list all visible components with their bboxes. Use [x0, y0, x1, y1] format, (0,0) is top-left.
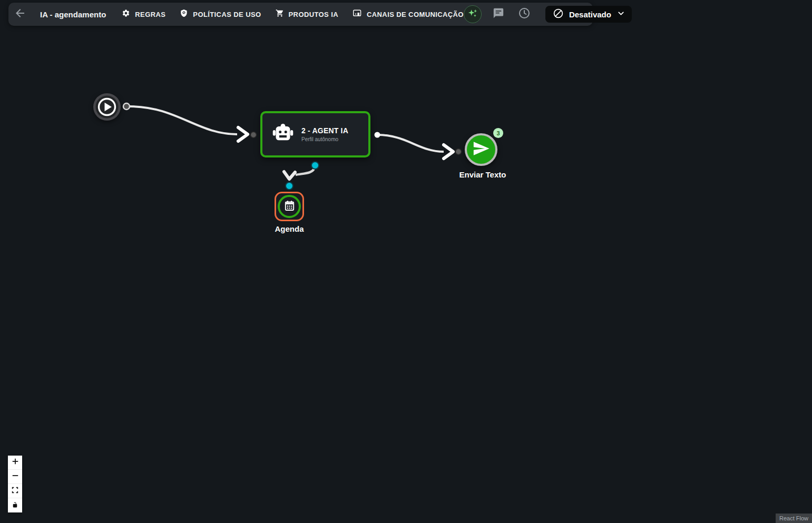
- react-flow-attribution[interactable]: React Flow: [776, 514, 812, 523]
- agent-node-text: 2 - AGENT IA Perfil autônomo: [301, 126, 348, 142]
- handle-agent-source[interactable]: [375, 132, 380, 138]
- menu-label: POLÍTICAS DE USO: [193, 11, 261, 18]
- flow-title: IA - agendamento: [40, 10, 106, 19]
- menu-label: PRODUTOS IA: [289, 11, 338, 18]
- agent-node-subtitle: Perfil autônomo: [301, 136, 348, 142]
- zoom-controls-panel: [8, 456, 22, 512]
- chat-icon: [493, 7, 504, 21]
- handle-agent-tool-source[interactable]: [311, 162, 319, 169]
- send-icon: [472, 140, 490, 160]
- policy-shield-icon: [180, 9, 188, 19]
- node-start-trigger[interactable]: [93, 93, 121, 121]
- robot-icon: [271, 122, 295, 146]
- devices-icon: [353, 9, 362, 19]
- edge-agent-to-agenda: [296, 167, 315, 175]
- node-badge-count: 3: [493, 128, 503, 138]
- edge-arrowhead: [238, 127, 248, 141]
- zoom-in-icon: [12, 458, 19, 467]
- toolbar-menu: REGRAS POLÍTICAS DE USO PRODUTOS IA CANA…: [122, 9, 464, 19]
- handle-enviar-target[interactable]: [456, 149, 462, 155]
- chevron-down-icon: [617, 9, 625, 20]
- ai-assistant-button[interactable]: [464, 5, 482, 23]
- handle-agenda-target[interactable]: [286, 182, 293, 190]
- node-agenda-label: Agenda: [266, 224, 313, 233]
- back-arrow-icon: [14, 7, 26, 22]
- sparkles-icon: [467, 7, 478, 21]
- handle-start-source[interactable]: [123, 103, 130, 110]
- back-button[interactable]: [14, 6, 26, 22]
- lock-toggle-button[interactable]: [8, 498, 22, 512]
- flow-canvas[interactable]: 2 - AGENT IA Perfil autônomo 3 Enviar Te…: [0, 0, 812, 523]
- node-agent-ia[interactable]: 2 - AGENT IA Perfil autônomo: [260, 111, 370, 157]
- status-label: Desativado: [569, 10, 611, 19]
- toolbar-right-group: Desativado: [464, 5, 632, 23]
- fit-view-icon: [12, 486, 18, 496]
- chat-button[interactable]: [490, 5, 507, 23]
- play-icon: [93, 113, 121, 122]
- menu-label: REGRAS: [135, 11, 165, 18]
- shopping-cart-icon: [276, 9, 284, 19]
- handle-agent-target[interactable]: [251, 132, 257, 138]
- node-agenda[interactable]: [275, 192, 304, 221]
- lock-icon: [12, 501, 18, 510]
- top-toolbar: IA - agendamento REGRAS POLÍTICAS DE USO…: [8, 3, 593, 26]
- edge-start-to-agent: [130, 106, 237, 134]
- history-button[interactable]: [515, 5, 533, 23]
- edge-arrowhead: [284, 172, 295, 179]
- edge-agent-to-enviar: [377, 135, 444, 152]
- agent-node-title: 2 - AGENT IA: [301, 126, 348, 135]
- edges-layer: [0, 0, 812, 523]
- fit-view-button[interactable]: [8, 484, 22, 498]
- menu-item-politicas-de-uso[interactable]: POLÍTICAS DE USO: [180, 9, 261, 19]
- menu-item-produtos-ia[interactable]: PRODUTOS IA: [276, 9, 338, 19]
- node-enviar-texto[interactable]: [465, 133, 497, 166]
- zoom-in-button[interactable]: [8, 456, 22, 470]
- history-clock-icon: [518, 7, 531, 22]
- calendar-icon: [283, 200, 296, 214]
- node-enviar-texto-label: Enviar Texto: [443, 170, 522, 179]
- zoom-out-button[interactable]: [8, 470, 22, 484]
- block-icon: [553, 8, 564, 21]
- menu-item-regras[interactable]: REGRAS: [122, 9, 165, 19]
- menu-label: CANAIS DE COMUNICAÇÃO: [367, 11, 464, 18]
- menu-item-canais-de-comunicacao[interactable]: CANAIS DE COMUNICAÇÃO: [353, 9, 464, 19]
- agenda-green-ring: [278, 195, 301, 218]
- gear-icon: [122, 9, 130, 19]
- edge-arrowhead: [444, 145, 453, 159]
- zoom-out-icon: [12, 472, 19, 481]
- status-toggle-button[interactable]: Desativado: [545, 6, 632, 23]
